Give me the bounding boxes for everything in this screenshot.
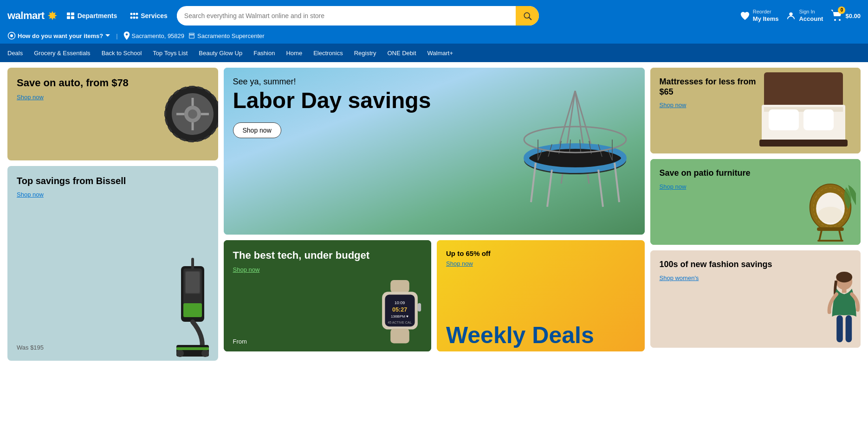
svg-line-45	[615, 163, 619, 202]
svg-point-7	[130, 17, 133, 19]
svg-rect-67	[418, 303, 421, 312]
svg-text:10:09: 10:09	[395, 300, 405, 305]
svg-point-13	[834, 19, 836, 21]
nav-walmart-plus[interactable]: Walmart+	[428, 50, 453, 57]
search-bar	[177, 6, 539, 26]
fashion-card[interactable]: 100s of new fashion savings Shop women's	[650, 250, 861, 348]
weekly-shop-link[interactable]: Shop now	[446, 260, 473, 267]
mattress-title: Mattresses for less from $65	[660, 77, 765, 97]
nav-deals[interactable]: Deals	[7, 50, 23, 57]
labor-day-shop-btn[interactable]: Shop now	[233, 122, 281, 138]
logo[interactable]: walmart ✸	[7, 9, 58, 23]
svg-point-14	[839, 19, 841, 21]
svg-rect-0	[67, 13, 70, 15]
svg-rect-3	[71, 16, 74, 19]
svg-rect-86	[842, 288, 847, 293]
nav-home[interactable]: Home	[286, 50, 302, 57]
bissell-was-price: Was $195	[17, 344, 44, 351]
svg-text:136BPM ♥: 136BPM ♥	[391, 314, 408, 319]
services-button[interactable]: Services	[126, 12, 171, 19]
svg-line-11	[529, 18, 531, 20]
nav-registry[interactable]: Registry	[354, 50, 376, 57]
header-actions: Reorder My Items Sign In Account	[740, 8, 861, 23]
center-column: See ya, summer! Labor Day savings Shop n…	[224, 68, 645, 361]
delivery-selector[interactable]: How do you want your items?	[7, 32, 110, 40]
svg-rect-1	[71, 13, 74, 15]
svg-text:45 ACTIVE CAL: 45 ACTIVE CAL	[388, 320, 412, 325]
weekly-deals-card[interactable]: Up to 65% off Shop now Weekly Deals	[437, 240, 645, 351]
auto-shop-now-link[interactable]: Shop now	[17, 94, 44, 101]
right-column: Mattresses for less from $65 Shop now	[650, 68, 861, 361]
svg-rect-73	[759, 140, 848, 147]
svg-rect-28	[183, 303, 202, 317]
main-content: Save on auto, from $78 Shop now	[0, 62, 868, 366]
bissell-promo-card[interactable]: Top savings from Bissell Shop now	[7, 166, 218, 361]
nav-back-to-school[interactable]: Back to School	[102, 50, 142, 57]
departments-button[interactable]: Departments	[63, 12, 121, 19]
search-input[interactable]	[177, 7, 516, 24]
svg-rect-59	[390, 280, 409, 293]
store-info[interactable]: Sacramento Supercenter	[188, 32, 265, 39]
patio-title: Save on patio furniture	[660, 168, 775, 179]
svg-line-47	[598, 170, 603, 207]
svg-rect-30	[186, 272, 200, 293]
cart-button[interactable]: 0 $0.00	[830, 9, 861, 23]
tire-image	[162, 84, 218, 144]
tech-promo-title: The best tech, under budget	[233, 249, 422, 261]
svg-point-4	[130, 13, 133, 15]
svg-point-6	[136, 13, 138, 15]
search-button[interactable]	[516, 6, 539, 26]
store-icon	[188, 32, 195, 39]
patio-card[interactable]: Save on patio furniture Shop now	[650, 159, 861, 245]
reorder-button[interactable]: Reorder My Items	[740, 8, 779, 23]
bissell-promo-title: Top savings from Bissell	[17, 175, 209, 186]
signin-button[interactable]: Sign In Account	[786, 8, 823, 23]
nav-fashion[interactable]: Fashion	[253, 50, 275, 57]
tech-shop-link[interactable]: Shop now	[233, 266, 260, 273]
nav-beauty[interactable]: Beauty Glow Up	[199, 50, 242, 57]
mattress-shop-link[interactable]: Shop now	[660, 102, 687, 108]
mattress-card[interactable]: Mattresses for less from $65 Shop now	[650, 68, 861, 153]
tech-card[interactable]: The best tech, under budget Shop now	[224, 240, 432, 351]
heart-icon	[740, 11, 750, 20]
svg-line-46	[547, 170, 552, 207]
svg-point-9	[136, 17, 138, 19]
services-grid-icon	[130, 13, 138, 19]
search-icon	[523, 11, 532, 20]
svg-rect-35	[176, 347, 209, 350]
patio-shop-link[interactable]: Shop now	[660, 183, 687, 190]
svg-rect-31	[191, 258, 194, 269]
nav-electronics[interactable]: Electronics	[313, 50, 343, 57]
auto-promo-card[interactable]: Save on auto, from $78 Shop now	[7, 68, 218, 160]
svg-point-34	[201, 350, 209, 357]
nav-top-toys[interactable]: Top Toys List	[153, 50, 188, 57]
labor-day-title: Labor Day savings	[233, 89, 635, 113]
svg-rect-2	[67, 16, 70, 19]
cart-badge: 0	[838, 6, 845, 14]
delivery-icon	[7, 32, 16, 40]
svg-point-33	[176, 350, 184, 357]
fashion-shop-link[interactable]: Shop women's	[660, 274, 699, 281]
chevron-down-icon	[105, 34, 110, 38]
vacuum-image	[167, 257, 218, 361]
svg-point-77	[818, 207, 843, 223]
location-info[interactable]: Sacramento, 95829	[123, 32, 184, 40]
person-icon	[786, 11, 796, 21]
svg-line-44	[531, 163, 536, 202]
location-pin-icon	[123, 32, 130, 40]
svg-rect-71	[769, 109, 799, 130]
bissell-shop-now-link[interactable]: Shop now	[17, 191, 44, 198]
nav-one-debit[interactable]: ONE Debit	[387, 50, 416, 57]
mattress-image	[759, 68, 861, 153]
main-header: walmart ✸ Departments Services	[0, 0, 868, 32]
fashion-title: 100s of new fashion savings	[660, 260, 775, 270]
center-bottom-row: The best tech, under budget Shop now	[224, 240, 645, 351]
nav-grocery[interactable]: Grocery & Essentials	[34, 50, 90, 57]
svg-point-16	[10, 34, 13, 37]
svg-point-83	[836, 272, 852, 282]
svg-rect-66	[390, 329, 409, 344]
subheader: How do you want your items? | Sacramento…	[0, 32, 868, 44]
labor-day-card[interactable]: See ya, summer! Labor Day savings Shop n…	[224, 68, 645, 235]
svg-rect-85	[846, 315, 852, 342]
labor-day-subtitle: See ya, summer!	[233, 77, 635, 87]
